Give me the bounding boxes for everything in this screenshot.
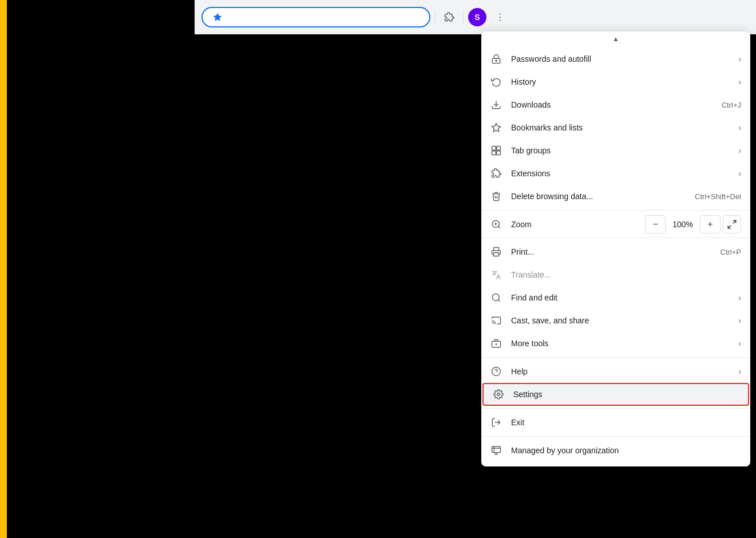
passwords-chevron-icon: › <box>738 54 741 64</box>
toolbar-separator2 <box>463 11 464 23</box>
menu-section-2: Print... Ctrl+P Translate... <box>481 238 750 358</box>
profile-initial: S <box>474 13 480 22</box>
menu-button[interactable] <box>491 8 509 26</box>
menu-arrow: ▲ <box>481 31 750 45</box>
help-chevron-icon: › <box>738 367 741 376</box>
delete-icon <box>490 191 502 202</box>
zoom-section: Zoom − 100% + <box>481 211 750 238</box>
extensions-chevron-icon: › <box>738 169 741 178</box>
bookmark-star-icon <box>209 9 225 25</box>
delete-browsing-shortcut: Ctrl+Shift+Del <box>695 192 741 201</box>
svg-rect-7 <box>492 147 496 151</box>
extensions-icon <box>490 168 502 179</box>
svg-rect-17 <box>494 253 499 256</box>
menu-section-1: Passwords and autofill › History › <box>481 45 750 211</box>
menu-item-exit[interactable]: Exit <box>481 411 750 434</box>
profile-button[interactable]: S <box>468 8 486 26</box>
menu-item-find-edit[interactable]: Find and edit › <box>481 286 750 309</box>
print-label: Print... <box>511 247 721 256</box>
fullscreen-button[interactable] <box>723 215 741 234</box>
dropdown-menu: ▲ Passwords and autofill › <box>481 31 750 466</box>
zoom-in-button[interactable]: + <box>700 215 721 234</box>
svg-point-1 <box>500 17 501 18</box>
left-accent <box>0 0 7 538</box>
help-label: Help <box>511 367 734 376</box>
bookmarks-icon <box>490 122 502 133</box>
bookmarks-chevron-icon: › <box>738 123 741 132</box>
menu-item-passwords[interactable]: Passwords and autofill › <box>481 48 750 70</box>
svg-point-0 <box>500 14 501 15</box>
find-edit-label: Find and edit <box>511 293 734 302</box>
downloads-label: Downloads <box>511 100 722 109</box>
tab-groups-label: Tab groups <box>511 146 734 155</box>
menu-section-5: Managed by your organization <box>481 437 750 464</box>
menu-item-bookmarks[interactable]: Bookmarks and lists › <box>481 116 750 139</box>
cast-icon <box>490 315 502 326</box>
menu-item-help[interactable]: Help › <box>481 360 750 383</box>
menu-item-history[interactable]: History › <box>481 70 750 93</box>
zoom-label: Zoom <box>511 220 645 229</box>
managed-label: Managed by your organization <box>511 446 741 455</box>
tab-groups-icon <box>490 145 502 156</box>
browser-toolbar: S <box>195 0 756 34</box>
delete-browsing-label: Delete browsing data... <box>511 192 695 201</box>
menu-item-extensions[interactable]: Extensions › <box>481 162 750 185</box>
menu-item-managed[interactable]: Managed by your organization <box>481 439 750 462</box>
find-edit-chevron-icon: › <box>738 293 741 302</box>
history-label: History <box>511 77 734 86</box>
menu-item-translate: Translate... <box>481 263 750 286</box>
svg-line-16 <box>728 225 731 228</box>
svg-marker-6 <box>492 124 501 132</box>
settings-label: Settings <box>513 390 739 399</box>
svg-rect-10 <box>497 151 501 155</box>
menu-item-tab-groups[interactable]: Tab groups › <box>481 139 750 162</box>
zoom-controls: − 100% + <box>645 215 741 234</box>
translate-icon <box>490 269 502 280</box>
toolbar-separator <box>435 11 436 23</box>
translate-label: Translate... <box>511 270 741 279</box>
downloads-icon <box>490 99 502 110</box>
svg-point-18 <box>492 294 499 300</box>
cast-save-label: Cast, save, and share <box>511 316 734 325</box>
exit-icon <box>490 417 502 428</box>
downloads-shortcut: Ctrl+J <box>722 101 741 109</box>
menu-item-cast-save[interactable]: Cast, save, and share › <box>481 309 750 332</box>
svg-rect-8 <box>497 147 501 151</box>
svg-line-19 <box>498 299 500 301</box>
svg-line-12 <box>498 226 500 228</box>
zoom-out-button[interactable]: − <box>645 215 666 234</box>
menu-item-settings[interactable]: Settings <box>482 383 749 406</box>
history-chevron-icon: › <box>738 77 741 86</box>
passwords-icon <box>490 53 502 65</box>
svg-point-2 <box>500 19 501 21</box>
help-icon <box>490 366 502 377</box>
more-tools-chevron-icon: › <box>738 339 741 348</box>
bookmarks-label: Bookmarks and lists <box>511 123 734 132</box>
svg-point-26 <box>497 393 500 396</box>
managed-icon <box>490 445 502 456</box>
svg-line-15 <box>733 220 736 223</box>
extensions-toolbar-btn[interactable] <box>440 8 458 26</box>
menu-item-delete-browsing[interactable]: Delete browsing data... Ctrl+Shift+Del <box>481 185 750 208</box>
exit-label: Exit <box>511 418 741 427</box>
passwords-label: Passwords and autofill <box>511 54 734 64</box>
menu-item-downloads[interactable]: Downloads Ctrl+J <box>481 93 750 116</box>
menu-item-print[interactable]: Print... Ctrl+P <box>481 240 750 263</box>
more-tools-label: More tools <box>511 339 734 348</box>
print-icon <box>490 246 502 258</box>
svg-point-4 <box>496 60 497 61</box>
menu-section-3: Help › Settings <box>481 358 750 409</box>
cast-save-chevron-icon: › <box>738 316 741 325</box>
find-edit-icon <box>490 292 502 303</box>
extensions-label: Extensions <box>511 169 734 178</box>
address-bar[interactable] <box>201 7 430 27</box>
more-tools-icon <box>490 338 502 349</box>
print-shortcut: Ctrl+P <box>721 248 741 256</box>
svg-rect-9 <box>492 151 496 155</box>
history-icon <box>490 76 502 88</box>
zoom-icon <box>490 219 502 230</box>
menu-section-4: Exit <box>481 409 750 437</box>
menu-item-more-tools[interactable]: More tools › <box>481 332 750 355</box>
zoom-value: 100% <box>666 220 700 229</box>
tab-groups-chevron-icon: › <box>738 146 741 155</box>
